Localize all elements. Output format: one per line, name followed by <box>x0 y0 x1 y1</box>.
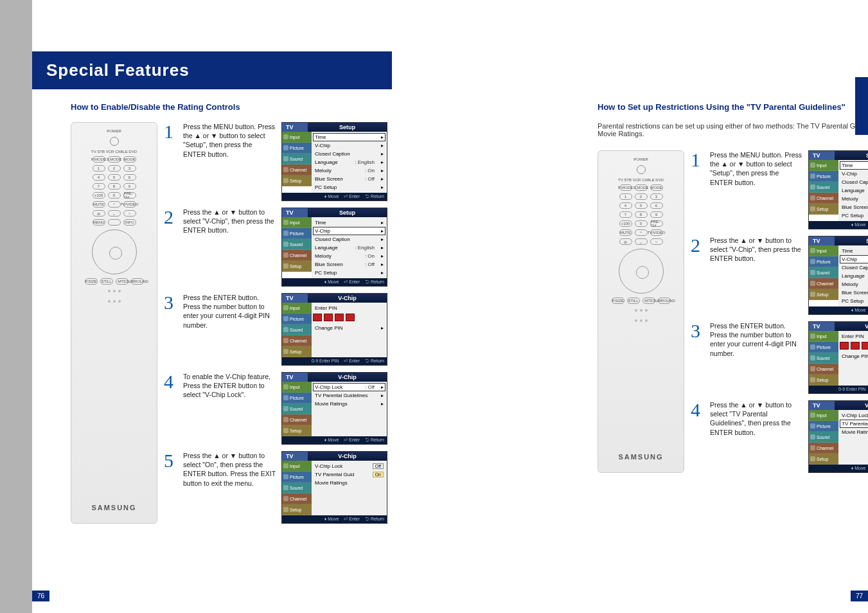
remote-dpad <box>92 229 137 274</box>
section-header: Special Features <box>32 51 392 89</box>
step-text: Press the ▲ or ▼ button to select "TV Pa… <box>710 400 803 473</box>
osd-r-vchip-pin: TVV-Chip Input Picture Sound Channel Set… <box>808 321 868 394</box>
step-text: Press the MENU button. Press the ▲ or ▼ … <box>710 150 803 229</box>
section-side-tab <box>855 77 868 135</box>
subhead-left: How to Enable/Disable the Rating Control… <box>71 102 405 112</box>
step-text: Press the ▲ or ▼ button to select "On", … <box>183 451 276 524</box>
step-number: 1 <box>691 150 705 229</box>
step-number: 3 <box>164 293 178 366</box>
subhead-right: How to Set up Restrictions Using the "TV… <box>598 102 868 112</box>
remote-brand: SAMSUNG <box>91 504 136 511</box>
step-text: Press the ENTER button. Press the number… <box>183 293 276 366</box>
step-number: 2 <box>691 236 705 315</box>
channel-icon <box>283 167 288 172</box>
remote-source-row: TV STB VCR CABLE DVD <box>91 150 137 154</box>
osd-vchip-lock: TVV-Chip Input Picture Sound Channel Set… <box>281 372 387 445</box>
step-text: Press the ENTER button. Press the number… <box>710 321 803 394</box>
sound-icon <box>283 156 288 161</box>
right-step-1: 1 Press the MENU button. Press the ▲ or … <box>691 150 868 229</box>
remote-control: POWER TV STB VCR CABLE DVD P.MODES.MODEM… <box>71 122 157 524</box>
input-icon <box>283 134 288 139</box>
step-text: Press the ▲ or ▼ button to select "V-Chi… <box>183 208 276 287</box>
setup-icon <box>283 178 288 183</box>
step-text: To enable the V-Chip feature, Press the … <box>183 372 276 445</box>
left-step-5: 5 Press the ▲ or ▼ button to select "On"… <box>164 451 405 524</box>
osd-r-vchip-guidelines: TVV-Chip Input Picture Sound Channel Set… <box>808 400 868 473</box>
intro-text: Parental restrictions can be set up usin… <box>598 122 868 138</box>
step-text: Press the ▲ or ▼ button to select "V-Chi… <box>710 236 803 315</box>
remote-control-right: POWER TV STB VCR CABLE DVD P.MODES.MODEM… <box>598 150 684 473</box>
picture-icon <box>283 145 288 150</box>
step-text: Press the MENU button. Press the ▲ or ▼ … <box>183 122 276 201</box>
step-number: 2 <box>164 208 178 287</box>
osd-r-setup-vchip: TVSetup Input Picture Sound Channel Setu… <box>808 236 868 315</box>
right-step-3: 3 Press the ENTER button. Press the numb… <box>691 321 868 394</box>
power-icon <box>110 137 119 146</box>
page-number-right: 77 <box>851 591 868 601</box>
osd-vchip-pin: TVV-Chip Input Picture Sound Channel Set… <box>281 293 387 366</box>
left-step-1: 1 Press the MENU button. Press the ▲ or … <box>164 122 405 201</box>
step-number: 4 <box>164 372 178 445</box>
left-step-3: 3 Press the ENTER button. Press the numb… <box>164 293 405 366</box>
left-step-2: 2 Press the ▲ or ▼ button to select "V-C… <box>164 208 405 287</box>
page-number-left: 76 <box>32 591 49 601</box>
step-number: 4 <box>691 400 705 473</box>
left-step-4: 4 To enable the V-Chip feature, Press th… <box>164 372 405 445</box>
step-number: 1 <box>164 122 178 201</box>
osd-setup-time: TVSetup Input Picture Sound Channel Setu… <box>281 122 387 201</box>
step-number: 3 <box>691 321 705 394</box>
osd-vchip-lock-on: TVV-Chip Input Picture Sound Channel Set… <box>281 451 387 524</box>
osd-setup-vchip: TVSetup Input Picture Sound Channel Setu… <box>281 208 387 287</box>
step-number: 5 <box>164 451 178 524</box>
right-step-4: 4 Press the ▲ or ▼ button to select "TV … <box>691 400 868 473</box>
right-step-2: 2 Press the ▲ or ▼ button to select "V-C… <box>691 236 868 315</box>
osd-r-setup-time: TVSetup Input Picture Sound Channel Setu… <box>808 150 868 229</box>
